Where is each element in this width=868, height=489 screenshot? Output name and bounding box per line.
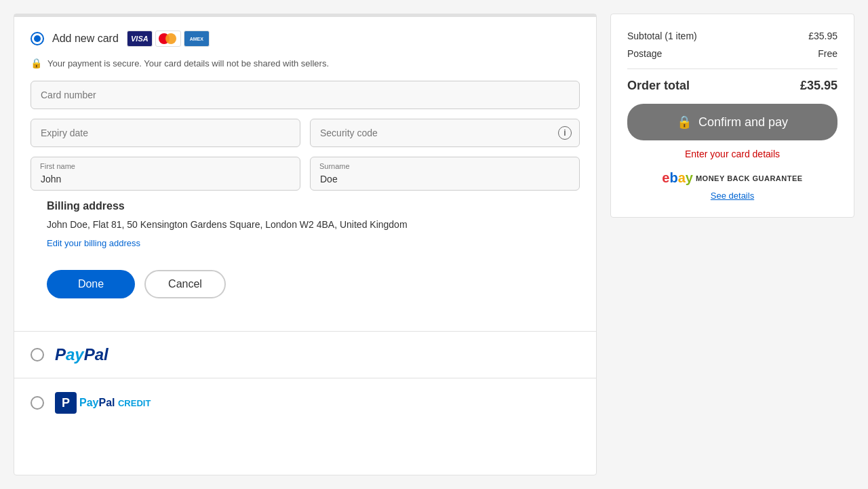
add-card-header: Add new card VISA AMEX [31,31,580,47]
payment-section: Add new card VISA AMEX 🔒 Your payment is… [14,17,596,332]
order-total-value: £35.95 [800,79,837,93]
ebay-mbg-row: ebay MONEY BACK GUARANTEE [627,170,837,186]
add-card-label: Add new card [52,33,119,45]
card-logos: VISA AMEX [127,31,210,47]
visa-logo: VISA [127,31,153,47]
page-container: Add new card VISA AMEX 🔒 Your payment is… [0,0,868,489]
confirm-pay-button[interactable]: 🔒 Confirm and pay [627,104,837,140]
pp-symbol: P [55,392,77,414]
left-panel: Add new card VISA AMEX 🔒 Your payment is… [14,14,597,475]
ebay-e: e [662,170,669,185]
radio-inner [34,35,41,42]
done-button[interactable]: Done [47,270,135,298]
expiry-wrapper [31,119,300,147]
add-card-radio[interactable] [31,32,44,45]
security-info-icon[interactable]: i [558,126,572,140]
mbg-text: MONEY BACK GUARANTEE [696,174,803,182]
paypal-credit-logo: P PayPal CREDIT [55,392,151,414]
surname-wrapper: Surname [310,157,580,191]
expiry-input[interactable] [31,119,300,147]
security-code-wrapper: i [310,119,580,147]
ebay-b1: b [669,170,677,185]
card-number-input[interactable] [31,81,580,109]
ebay-logo: ebay [662,170,693,186]
paypal-radio[interactable] [31,348,44,361]
subtotal-label: Subtotal (1 item) [627,31,697,41]
card-number-row [31,81,580,109]
confirm-lock-icon: 🔒 [677,115,692,130]
secure-notice-text: Your payment is secure. Your card detail… [47,58,329,69]
expiry-security-row: i [31,119,580,147]
enter-card-message: Enter your card details [627,149,837,159]
billing-address: John Doe, Flat 81, 50 Kensington Gardens… [47,218,564,232]
button-row: Done Cancel [31,259,580,315]
see-details-link[interactable]: See details [711,191,754,201]
cancel-button[interactable]: Cancel [144,270,226,298]
right-panel: Subtotal (1 item) £35.95 Postage Free Or… [610,14,854,218]
order-total-label: Order total [627,79,690,93]
mastercard-logo [155,31,181,47]
confirm-pay-label: Confirm and pay [698,115,788,130]
name-row: First name Surname [31,157,580,191]
postage-value: Free [818,48,837,59]
surname-label: Surname [319,162,350,170]
subtotal-value: £35.95 [808,31,837,41]
surname-input[interactable] [310,157,580,191]
billing-title: Billing address [47,200,564,212]
amex-logo: AMEX [184,31,210,47]
postage-label: Postage [627,48,662,59]
postage-row: Postage Free [627,48,837,59]
edit-billing-link[interactable]: Edit your billing address [47,238,140,248]
order-total-row: Order total £35.95 [627,69,837,93]
paypal-credit-text: PayPal CREDIT [79,397,151,409]
first-name-label: First name [40,162,75,170]
ebay-a: a [678,170,686,185]
security-code-input[interactable] [310,119,580,147]
lock-icon: 🔒 [31,58,42,69]
paypal-credit-radio[interactable] [31,396,44,410]
paypal-logo: PayPal [55,345,108,364]
first-name-wrapper: First name [31,157,300,191]
billing-section: Billing address John Doe, Flat 81, 50 Ke… [31,200,580,259]
paypal-section[interactable]: PayPal [14,332,596,378]
secure-notice: 🔒 Your payment is secure. Your card deta… [31,58,580,69]
paypal-credit-section[interactable]: P PayPal CREDIT [14,378,596,427]
subtotal-row: Subtotal (1 item) £35.95 [627,31,837,41]
ebay-y: y [686,170,693,185]
ebay-guarantee: ebay MONEY BACK GUARANTEE See details [627,170,837,201]
